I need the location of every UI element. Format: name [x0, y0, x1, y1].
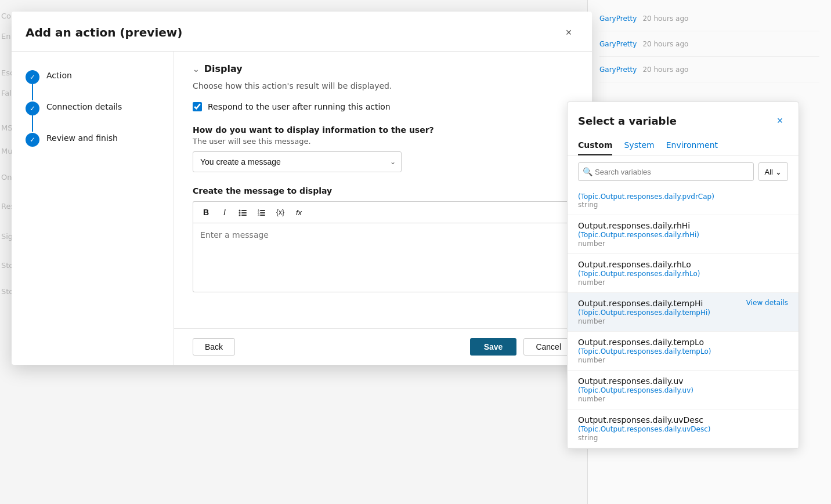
vp-item-5-path: (Topic.Output.responses.daily.uvDesc) [578, 425, 788, 433]
back-button[interactable]: Back [193, 338, 235, 356]
bg-right-item-2: GaryPretty 20 hours ago [599, 31, 819, 57]
section-header: ⌄ Display [193, 63, 573, 74]
vp-item-2[interactable]: Output.responses.daily.tempHi View detai… [568, 293, 799, 332]
svg-point-4 [239, 215, 241, 216]
svg-point-0 [239, 210, 241, 212]
vp-item-5-name: Output.responses.daily.uvDesc [578, 415, 703, 425]
toolbar-bullet-button[interactable] [235, 204, 251, 220]
question-sublabel: The user will see this message. [193, 137, 573, 146]
bg-right-item-3: GaryPretty 20 hours ago [599, 57, 819, 82]
vp-item-0[interactable]: Output.responses.daily.rhHi (Topic.Outpu… [568, 215, 799, 254]
footer-left: Back [193, 338, 235, 356]
vp-item-5-header: Output.responses.daily.uvDesc [578, 415, 788, 425]
bg-label-mu: Mu [1, 147, 12, 155]
variable-filter-button[interactable]: All ⌄ [758, 162, 788, 181]
vp-item-0-name: Output.responses.daily.rhHi [578, 221, 690, 230]
respond-checkbox[interactable] [193, 102, 202, 111]
footer-right: Save Cancel [470, 338, 573, 356]
main-content: ⌄ Display Choose how this action's resul… [174, 52, 592, 365]
vp-item-5[interactable]: Output.responses.daily.uvDesc (Topic.Out… [568, 409, 799, 448]
variable-panel: Select a variable × Custom System Enviro… [567, 101, 799, 449]
message-textarea[interactable] [193, 223, 573, 292]
cancel-button[interactable]: Cancel [523, 338, 573, 356]
checkbox-row: Respond to the user after running this a… [193, 102, 573, 111]
tab-environment[interactable]: Environment [666, 136, 718, 155]
question-label: How do you want to display information t… [193, 125, 573, 135]
step-check-review: ✓ [30, 136, 35, 144]
vp-item-4-header: Output.responses.daily.uv [578, 376, 788, 386]
svg-rect-5 [241, 215, 247, 216]
bg-user-3: GaryPretty [599, 66, 637, 74]
variable-search-input[interactable] [578, 162, 754, 181]
section-title: Display [204, 63, 243, 74]
vp-item-1-name: Output.responses.daily.rhLo [578, 260, 691, 269]
tab-custom[interactable]: Custom [578, 136, 612, 155]
dialog-header: Add an action (preview) × [12, 12, 592, 52]
vp-close-button[interactable]: × [772, 113, 788, 129]
vp-partial-type: string [578, 201, 788, 209]
content-scroll: ⌄ Display Choose how this action's resul… [174, 52, 592, 328]
vp-item-0-header: Output.responses.daily.rhHi [578, 221, 788, 230]
vp-item-0-type: number [578, 240, 788, 248]
bg-label-ms: MS [1, 124, 12, 132]
search-icon: 🔍 [583, 167, 592, 176]
vp-item-3-path: (Topic.Output.responses.daily.tempLo) [578, 347, 788, 356]
vp-item-3-type: number [578, 356, 788, 364]
toolbar-italic-button[interactable]: I [216, 204, 233, 220]
bg-time-1: 20 hours ago [642, 14, 688, 23]
vp-partial-path: (Topic.Output.responses.daily.pvdrCap) [578, 193, 788, 201]
vp-item-3-name: Output.responses.daily.tempLo [578, 338, 704, 347]
bg-user-2: GaryPretty [599, 40, 637, 48]
save-button[interactable]: Save [470, 338, 517, 356]
main-dialog: Add an action (preview) × ✓ Action ✓ Con… [12, 12, 592, 365]
tab-system[interactable]: System [624, 136, 654, 155]
toolbar-bold-button[interactable]: B [198, 204, 214, 220]
vp-item-2-name: Output.responses.daily.tempHi [578, 299, 703, 308]
vp-search-row: 🔍 All ⌄ [568, 155, 799, 188]
vp-item-2-header: Output.responses.daily.tempHi View detai… [578, 299, 788, 308]
vp-item-1[interactable]: Output.responses.daily.rhLo (Topic.Outpu… [568, 254, 799, 293]
dialog-title: Add an action (preview) [26, 26, 182, 39]
vp-item-5-type: string [578, 434, 788, 442]
svg-rect-1 [241, 210, 247, 211]
step-check-connection: ✓ [30, 104, 35, 113]
vp-tabs: Custom System Environment [568, 136, 799, 155]
vp-item-0-path: (Topic.Output.responses.daily.rhHi) [578, 231, 788, 239]
toolbar-number-button[interactable]: 1. 2. 3. [254, 204, 270, 220]
svg-text:3.: 3. [258, 213, 260, 216]
vp-item-4-path: (Topic.Output.responses.daily.uv) [578, 386, 788, 394]
toolbar-variable-button[interactable]: {x} [272, 204, 288, 220]
filter-label: All [765, 168, 773, 176]
vp-variable-list: (Topic.Output.responses.daily.pvdrCap) s… [568, 188, 799, 448]
svg-rect-9 [260, 212, 265, 213]
vp-item-2-path: (Topic.Output.responses.daily.tempHi) [578, 309, 788, 317]
vp-partial-item[interactable]: (Topic.Output.responses.daily.pvdrCap) s… [568, 188, 799, 215]
vp-item-4[interactable]: Output.responses.daily.uv (Topic.Output.… [568, 371, 799, 409]
svg-rect-11 [260, 215, 265, 216]
display-dropdown[interactable]: You create a message Automatically [193, 151, 402, 172]
vp-item-1-header: Output.responses.daily.rhLo [578, 260, 788, 269]
bg-label-on: On [1, 173, 12, 182]
vp-item-1-path: (Topic.Output.responses.daily.rhLo) [578, 270, 788, 278]
vp-item-2-type: number [578, 317, 788, 325]
vp-item-3[interactable]: Output.responses.daily.tempLo (Topic.Out… [568, 332, 799, 371]
step-label-action: Action [46, 69, 72, 80]
vp-item-1-type: number [578, 278, 788, 287]
dialog-close-button[interactable]: × [559, 23, 578, 42]
step-circle-action: ✓ [26, 70, 39, 84]
step-connector-1 [32, 84, 33, 100]
vp-item-4-name: Output.responses.daily.uv [578, 376, 684, 386]
step-circle-review: ✓ [26, 133, 39, 147]
vp-search-wrapper: 🔍 [578, 162, 754, 181]
steps-sidebar: ✓ Action ✓ Connection details ✓ Review a… [12, 52, 174, 365]
display-dropdown-wrapper: You create a message Automatically ⌄ [193, 151, 402, 172]
bg-right-item-1: GaryPretty 20 hours ago [599, 6, 819, 31]
step-review: ✓ Review and finish [26, 132, 160, 147]
toolbar-formula-button[interactable]: fx [291, 204, 307, 220]
vp-view-details-2[interactable]: View details [746, 299, 788, 307]
svg-point-2 [239, 212, 241, 214]
step-action: ✓ Action [26, 69, 160, 84]
bg-label-en: En [1, 32, 10, 41]
step-label-connection: Connection details [46, 100, 122, 111]
bg-user-1: GaryPretty [599, 14, 637, 23]
